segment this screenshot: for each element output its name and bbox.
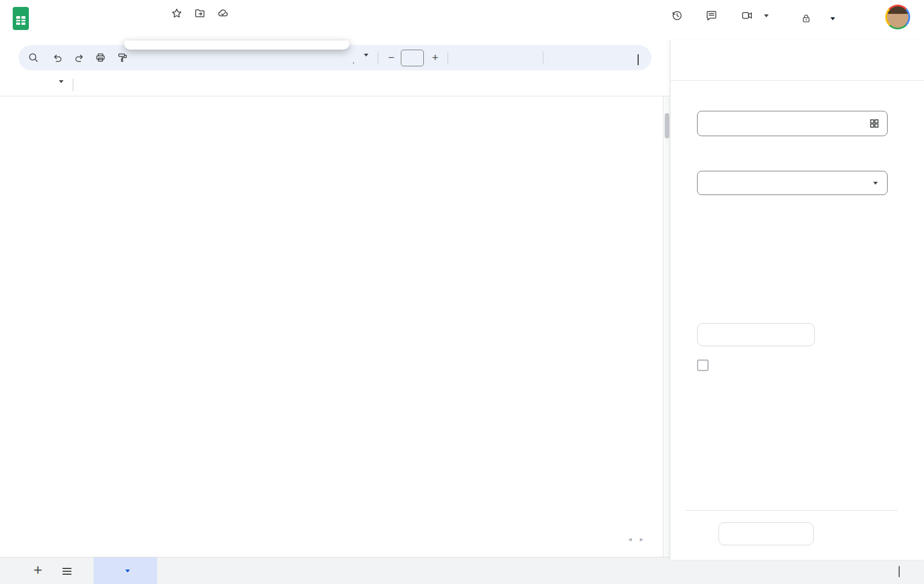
share-dropdown-icon[interactable] — [830, 17, 835, 20]
add-another-item-button[interactable] — [697, 323, 815, 346]
paint-format-icon[interactable] — [117, 52, 128, 63]
criteria-select[interactable] — [697, 171, 888, 195]
lock-icon — [801, 13, 811, 24]
tab-dropdown-icon[interactable] — [125, 570, 130, 572]
done-button[interactable] — [828, 522, 889, 545]
cloud-check-icon[interactable] — [217, 8, 229, 19]
formula-bar — [0, 74, 670, 96]
move-folder-icon[interactable] — [194, 8, 206, 19]
name-box-dropdown-icon[interactable] — [59, 83, 64, 93]
meet-camera-icon[interactable] — [741, 9, 754, 22]
add-sheet-button[interactable]: + — [33, 561, 42, 579]
camera-dropdown-icon[interactable] — [764, 17, 769, 28]
collapse-panel-icon[interactable] — [899, 567, 900, 578]
spreadsheet-grid[interactable] — [0, 96, 670, 557]
data-validation-panel — [670, 40, 924, 560]
share-button[interactable] — [789, 6, 870, 31]
all-sheets-icon[interactable] — [61, 566, 73, 577]
google-sheets-app: . − + ◄► + — [0, 0, 924, 584]
scrollbar-thumb[interactable] — [665, 113, 669, 138]
horizontal-scroll-arrows[interactable]: ◄► — [627, 536, 650, 542]
select-range-icon[interactable] — [869, 118, 880, 129]
hidden-dropdown-icon[interactable] — [364, 57, 368, 67]
collapse-toolbar-icon[interactable] — [638, 55, 639, 66]
undo-icon[interactable] — [52, 52, 64, 63]
version-history-icon[interactable] — [670, 9, 683, 22]
decrease-font-icon[interactable]: − — [388, 51, 394, 64]
remove-rule-button[interactable] — [718, 522, 814, 545]
redo-icon[interactable] — [73, 52, 85, 63]
allow-multiple-checkbox[interactable] — [697, 360, 709, 371]
hidden-control-fragment: . — [352, 55, 355, 65]
font-size-input[interactable] — [401, 50, 424, 66]
search-icon[interactable] — [28, 52, 39, 63]
print-icon[interactable] — [95, 52, 106, 63]
share-divider — [823, 10, 824, 27]
sheet-tabs-bar: + — [0, 557, 924, 584]
range-input[interactable] — [697, 111, 888, 136]
avatar[interactable] — [885, 5, 910, 29]
criteria-dropdown-icon — [873, 182, 878, 185]
increase-font-icon[interactable]: + — [432, 51, 438, 64]
star-icon[interactable] — [171, 8, 182, 19]
sheets-logo-icon[interactable] — [12, 6, 29, 31]
comments-icon[interactable] — [705, 9, 718, 22]
insert-menu — [124, 40, 349, 50]
topbar — [0, 0, 924, 40]
tab-sheet1[interactable] — [94, 557, 157, 584]
